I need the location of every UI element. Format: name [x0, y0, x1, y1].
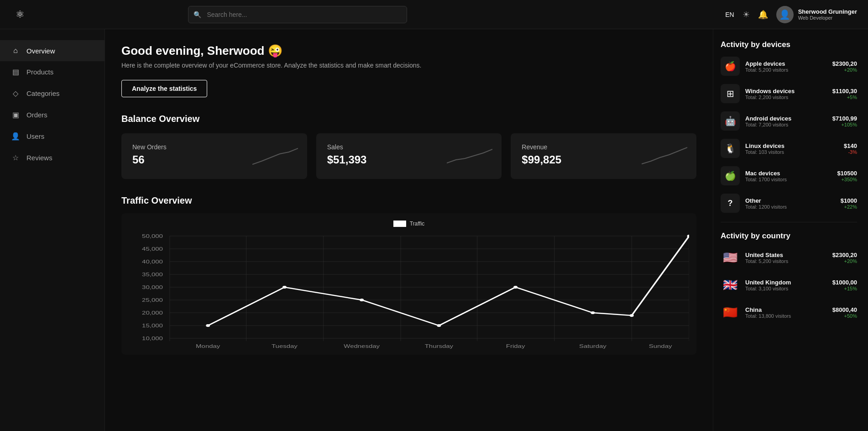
svg-text:20,000: 20,000: [142, 310, 163, 316]
device-name-windows: Windows devices: [745, 88, 827, 95]
traffic-chart-svg: 50,000 45,000 40,000 35,000 30,000 25,00…: [129, 231, 689, 350]
device-name-linux: Linux devices: [745, 142, 838, 149]
svg-point-33: [206, 324, 210, 327]
device-amount-android: $7100,99: [832, 115, 857, 122]
device-name-android: Android devices: [745, 115, 827, 122]
device-item-apple: 🍎 Apple devices Total: 5,200 visitors $2…: [721, 57, 857, 76]
balance-cards: New Orders 56 Sales $51,393: [121, 133, 696, 179]
search-container: 🔍: [188, 6, 407, 23]
country-amount-us: $2300,20: [832, 252, 857, 258]
country-item-uk: 🇬🇧 United Kingdom Total: 3,100 visitors …: [721, 275, 857, 294]
device-item-linux: 🐧 Linux devices Total: 103 visitors $140…: [721, 139, 857, 158]
android-icon: 🤖: [721, 111, 740, 131]
topnav: ⚛ 🔍 EN ☀ 🔔 👤 Sherwood Gruninger Web Deve…: [0, 0, 868, 29]
device-change-android: +105%: [832, 122, 857, 127]
svg-text:30,000: 30,000: [142, 285, 163, 290]
svg-text:Monday: Monday: [196, 344, 220, 349]
svg-text:25,000: 25,000: [142, 298, 163, 303]
sparkline-orders: [252, 144, 298, 168]
sun-icon[interactable]: ☀: [743, 10, 750, 20]
sidebar-item-categories[interactable]: ◇ Categories: [0, 83, 105, 104]
legend-label: Traffic: [410, 221, 425, 227]
user-name: Sherwood Gruninger: [798, 8, 857, 15]
user-profile[interactable]: 👤 Sherwood Gruninger Web Developer: [776, 6, 857, 23]
flag-uk: 🇬🇧: [721, 275, 740, 294]
country-visitors-cn: Total: 13,800 visitors: [745, 313, 827, 319]
svg-text:Sunday: Sunday: [649, 344, 672, 349]
svg-text:Tuesday: Tuesday: [272, 344, 298, 349]
sparkline-sales: [447, 144, 492, 168]
sidebar-label-orders: Orders: [26, 111, 47, 119]
sidebar-item-overview[interactable]: ⌂ Overview: [0, 40, 105, 61]
sidebar-label-reviews: Reviews: [26, 154, 52, 162]
device-amount-mac: $10500: [837, 170, 857, 177]
svg-point-34: [282, 286, 287, 289]
mac-icon: 🍏: [721, 166, 740, 185]
device-visitors-mac: Total: 1700 visitors: [745, 177, 832, 182]
country-visitors-uk: Total: 3,100 visitors: [745, 286, 827, 291]
country-item-us: 🇺🇸 United States Total: 5,200 visitors $…: [721, 248, 857, 267]
apple-icon: 🍎: [721, 57, 740, 76]
country-name-cn: China: [745, 306, 827, 313]
country-item-cn: 🇨🇳 China Total: 13,800 visitors $8000,40…: [721, 303, 857, 322]
country-name-uk: United Kingdom: [745, 279, 827, 286]
divider: [721, 222, 857, 222]
svg-point-38: [591, 311, 595, 314]
country-amount-cn: $8000,40: [832, 306, 857, 313]
activity-country-title: Activity by country: [721, 231, 857, 241]
device-change-linux: -3%: [844, 149, 857, 155]
flag-cn: 🇨🇳: [721, 303, 740, 322]
device-change-mac: +350%: [837, 177, 857, 182]
reviews-icon: ☆: [11, 153, 20, 162]
search-input[interactable]: [188, 6, 407, 23]
svg-text:40,000: 40,000: [142, 259, 163, 265]
windows-icon: ⊞: [721, 84, 740, 103]
greeting-subtitle: Here is the complete overview of your eC…: [121, 62, 696, 69]
analyze-button[interactable]: Analyze the statistics: [121, 80, 207, 97]
svg-text:50,000: 50,000: [142, 234, 163, 239]
bell-icon[interactable]: 🔔: [758, 10, 768, 20]
device-visitors-other: Total: 1200 visitors: [745, 204, 835, 210]
device-name-other: Other: [745, 197, 835, 204]
sidebar-item-orders[interactable]: ▣ Orders: [0, 104, 105, 126]
user-role: Web Developer: [798, 15, 857, 21]
svg-point-40: [687, 235, 689, 237]
svg-text:Friday: Friday: [506, 344, 525, 349]
device-visitors-android: Total: 7,200 visitors: [745, 122, 827, 127]
svg-text:Wednesday: Wednesday: [344, 344, 380, 349]
sidebar-label-overview: Overview: [26, 47, 55, 55]
right-panel: Activity by devices 🍎 Apple devices Tota…: [713, 29, 868, 431]
country-visitors-us: Total: 5,200 visitors: [745, 258, 827, 264]
legend-box: [393, 221, 406, 227]
svg-text:45,000: 45,000: [142, 247, 163, 252]
categories-icon: ◇: [11, 89, 20, 98]
balance-section-title: Balance Overview: [121, 114, 696, 124]
sidebar-item-reviews[interactable]: ☆ Reviews: [0, 147, 105, 168]
sidebar-item-users[interactable]: 👤 Users: [0, 126, 105, 147]
orders-icon: ▣: [11, 110, 20, 119]
logo-icon: ⚛: [11, 5, 29, 24]
country-change-uk: +15%: [832, 286, 857, 291]
country-name-us: United States: [745, 252, 827, 258]
sidebar: ⌂ Overview ▤ Products ◇ Categories ▣ Ord…: [0, 29, 105, 431]
device-item-other: ? Other Total: 1200 visitors $1000 +22%: [721, 194, 857, 213]
svg-text:Thursday: Thursday: [425, 344, 454, 349]
device-amount-other: $1000: [841, 197, 857, 204]
svg-point-36: [437, 324, 441, 327]
sidebar-label-users: Users: [26, 132, 44, 140]
sidebar-item-products[interactable]: ▤ Products: [0, 61, 105, 83]
sidebar-label-categories: Categories: [26, 89, 60, 97]
svg-text:10,000: 10,000: [142, 336, 163, 342]
device-amount-apple: $2300,20: [832, 60, 857, 67]
traffic-section-title: Traffic Overview: [121, 195, 696, 206]
device-amount-linux: $140: [844, 142, 857, 149]
device-change-other: +22%: [841, 204, 857, 210]
device-name-mac: Mac devices: [745, 170, 832, 177]
search-icon: 🔍: [193, 11, 201, 18]
linux-icon: 🐧: [721, 139, 740, 158]
home-icon: ⌂: [11, 47, 20, 55]
chart-legend: Traffic: [129, 221, 689, 227]
chart-container: Traffic: [121, 213, 696, 355]
device-item-android: 🤖 Android devices Total: 7,200 visitors …: [721, 111, 857, 131]
language-selector[interactable]: EN: [725, 11, 734, 18]
